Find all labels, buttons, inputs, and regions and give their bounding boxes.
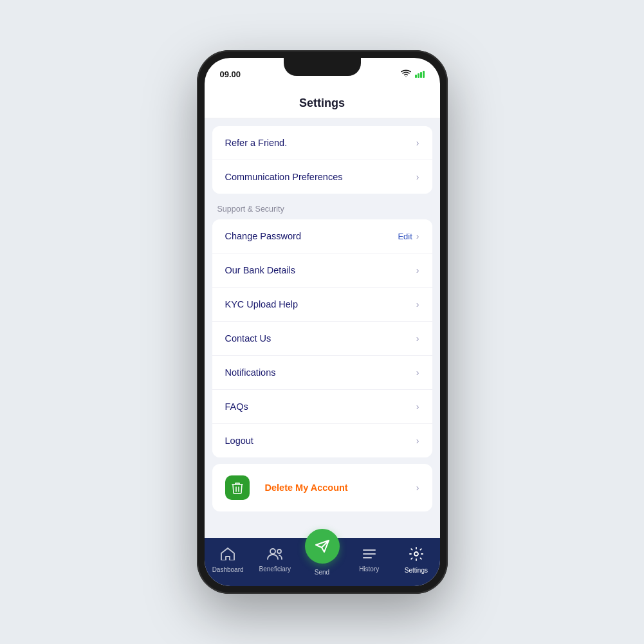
notifications-chevron: › (416, 367, 419, 378)
faqs-chevron: › (416, 401, 419, 412)
delete-section-card: Delete My Account › (212, 464, 432, 511)
svg-point-1 (277, 549, 281, 553)
bank-details-item[interactable]: Our Bank Details › (212, 253, 432, 288)
kyc-upload-label: KYC Upload Help (225, 299, 299, 309)
communication-prefs-label: Communication Preferences (225, 172, 343, 182)
contact-us-item[interactable]: Contact Us › (212, 322, 432, 356)
delete-account-chevron: › (416, 483, 419, 493)
contact-us-chevron: › (416, 333, 419, 344)
nav-beneficiary[interactable]: Beneficiary (252, 548, 299, 573)
dashboard-icon (221, 547, 235, 564)
notifications-item[interactable]: Notifications › (212, 356, 432, 390)
settings-scroll: Refer a Friend. › Communication Preferen… (205, 118, 440, 538)
refer-friend-item[interactable]: Refer a Friend. › (212, 126, 432, 160)
refer-friend-chevron: › (416, 138, 419, 148)
status-bar: 09.00 (205, 58, 440, 86)
battery-icon (415, 71, 425, 78)
nav-history[interactable]: History (345, 548, 392, 573)
change-password-label: Change Password (225, 231, 302, 241)
status-icons (401, 69, 425, 79)
page-title: Settings (205, 86, 440, 118)
logout-chevron: › (416, 436, 419, 446)
phone-frame: 09.00 Set (197, 50, 448, 594)
support-security-label: Support & Security (217, 205, 284, 214)
send-button[interactable] (305, 529, 340, 564)
delete-account-label: Delete My Account (265, 483, 348, 493)
support-security-divider: Support & Security (205, 195, 440, 219)
history-icon (362, 548, 376, 563)
refer-friend-label: Refer a Friend. (225, 138, 288, 148)
bank-details-label: Our Bank Details (225, 265, 296, 275)
nav-send[interactable]: Send (299, 544, 345, 576)
nav-settings[interactable]: Settings (392, 547, 439, 574)
change-password-item[interactable]: Change Password Edit › (212, 219, 432, 253)
first-section-card: Refer a Friend. › Communication Preferen… (212, 126, 432, 194)
faqs-item[interactable]: FAQs › (212, 390, 432, 424)
beneficiary-label: Beneficiary (259, 566, 291, 573)
bottom-nav: Dashboard Beneficiary (205, 538, 440, 586)
wifi-icon (401, 69, 411, 79)
settings-icon (409, 547, 423, 564)
send-label: Send (315, 569, 329, 576)
beneficiary-icon (267, 548, 282, 563)
dashboard-label: Dashboard (212, 566, 244, 573)
logout-item[interactable]: Logout › (212, 424, 432, 457)
faqs-label: FAQs (225, 401, 248, 412)
support-section-card: Change Password Edit › Our Bank Details … (212, 219, 432, 457)
kyc-upload-chevron: › (416, 299, 419, 309)
kyc-upload-item[interactable]: KYC Upload Help › (212, 288, 432, 322)
communication-prefs-chevron: › (416, 172, 419, 182)
nav-dashboard[interactable]: Dashboard (205, 547, 252, 573)
contact-us-label: Contact Us (225, 333, 271, 344)
notifications-label: Notifications (225, 367, 276, 378)
history-label: History (359, 566, 379, 573)
bank-details-chevron: › (416, 265, 419, 275)
settings-label: Settings (405, 567, 428, 574)
notch (284, 58, 361, 76)
change-password-chevron: › (416, 231, 419, 241)
svg-point-0 (270, 549, 275, 554)
svg-point-5 (414, 552, 418, 556)
communication-prefs-item[interactable]: Communication Preferences › (212, 160, 432, 194)
phone-screen: 09.00 Set (205, 58, 440, 586)
delete-account-item[interactable]: Delete My Account › (212, 464, 432, 511)
delete-icon-circle (225, 475, 250, 500)
edit-label[interactable]: Edit (398, 232, 412, 241)
page-content: Settings Refer a Friend. › Commun (205, 86, 440, 538)
logout-label: Logout (225, 436, 253, 446)
status-time: 09.00 (220, 69, 241, 79)
